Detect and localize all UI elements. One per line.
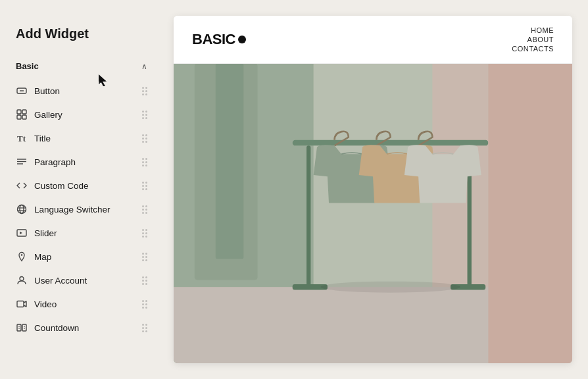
svg-rect-19: [17, 324, 21, 331]
widget-label: Gallery: [34, 110, 62, 120]
svg-rect-30: [216, 64, 244, 259]
button-icon: [16, 85, 28, 97]
section-header: Basic ∧: [0, 57, 163, 75]
widget-label: Slider: [34, 228, 57, 238]
svg-rect-5: [22, 115, 26, 119]
drag-handle: [142, 158, 147, 166]
preview-window: BASIC HOME ABOUT CONTACTS: [174, 16, 572, 363]
list-item[interactable]: Countdown: [0, 316, 163, 340]
list-item[interactable]: Custom Code: [0, 174, 163, 197]
drag-handle: [142, 111, 147, 119]
svg-rect-3: [22, 110, 26, 114]
widget-label: Button: [34, 86, 60, 96]
drag-handle: [142, 253, 147, 261]
nav-link-contacts[interactable]: CONTACTS: [512, 45, 554, 53]
user-icon: [16, 274, 28, 286]
paragraph-icon: [16, 156, 28, 168]
main-area: BASIC HOME ABOUT CONTACTS: [163, 0, 588, 379]
countdown-icon: [16, 322, 28, 334]
widget-label: Map: [34, 252, 51, 262]
gallery-icon: [16, 109, 28, 120]
drag-handle: [142, 324, 147, 332]
preview-navbar: BASIC HOME ABOUT CONTACTS: [174, 16, 572, 64]
map-icon: [16, 251, 28, 263]
svg-rect-20: [22, 324, 26, 331]
drag-handle: [142, 134, 147, 143]
sidebar: Add Widget Basic ∧ Button Gallery: [0, 0, 163, 379]
widget-label: Countdown: [34, 323, 79, 333]
svg-text:Tt: Tt: [17, 134, 26, 143]
list-item[interactable]: Paragraph: [0, 150, 163, 174]
drag-handle: [142, 205, 147, 214]
preview-logo: BASIC: [192, 31, 246, 48]
title-icon: Tt: [16, 132, 28, 144]
svg-point-11: [20, 205, 24, 214]
code-icon: [16, 180, 28, 191]
logo-dot: [238, 36, 246, 43]
list-item[interactable]: Gallery: [0, 103, 163, 126]
list-item[interactable]: Video: [0, 292, 163, 316]
svg-rect-32: [306, 145, 310, 286]
svg-rect-31: [293, 140, 489, 146]
list-item[interactable]: Button: [0, 79, 163, 103]
svg-point-16: [21, 254, 23, 256]
widget-label: Custom Code: [34, 181, 89, 191]
drag-handle: [142, 87, 147, 95]
svg-rect-37: [488, 64, 572, 363]
sidebar-title: Add Widget: [0, 26, 163, 57]
nav-link-about[interactable]: ABOUT: [527, 36, 554, 43]
svg-point-10: [18, 205, 26, 214]
svg-point-36: [320, 282, 460, 293]
widget-label: Video: [34, 299, 57, 309]
drag-handle: [142, 182, 147, 190]
drag-handle: [142, 276, 147, 285]
list-item[interactable]: Tt Title: [0, 126, 163, 150]
list-item[interactable]: Slider: [0, 221, 163, 245]
list-item[interactable]: Language Switcher: [0, 197, 163, 221]
widget-list: Button Gallery Tt Tit: [0, 79, 163, 340]
widget-label: Title: [34, 134, 51, 143]
svg-rect-18: [17, 301, 24, 307]
drag-handle: [142, 229, 147, 238]
svg-marker-15: [20, 232, 22, 234]
slider-icon: [16, 227, 28, 239]
widget-label: Paragraph: [34, 157, 76, 167]
preview-nav-links: HOME ABOUT CONTACTS: [512, 26, 554, 53]
svg-rect-2: [17, 110, 21, 114]
chevron-up-icon[interactable]: ∧: [141, 62, 147, 71]
section-label: Basic: [16, 61, 39, 71]
drag-handle: [142, 300, 147, 309]
widget-label: User Account: [34, 276, 87, 286]
svg-rect-4: [17, 115, 21, 119]
list-item[interactable]: Map: [0, 245, 163, 268]
svg-point-17: [20, 277, 24, 281]
preview-hero: [174, 64, 572, 363]
list-item[interactable]: User Account: [0, 268, 163, 292]
language-icon: [16, 203, 28, 215]
nav-link-home[interactable]: HOME: [531, 26, 554, 34]
widget-label: Language Switcher: [34, 205, 110, 215]
video-icon: [16, 298, 28, 310]
